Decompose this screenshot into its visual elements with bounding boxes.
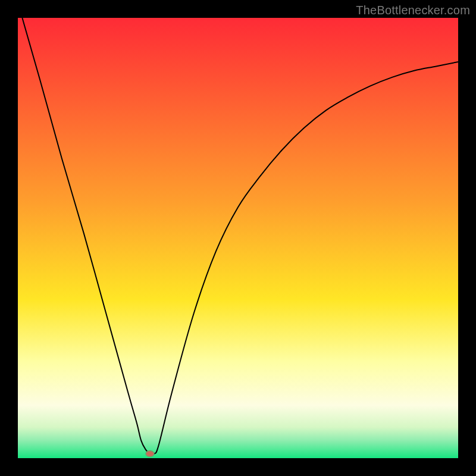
bottleneck-curve-chart	[18, 18, 458, 458]
watermark-text: TheBottlenecker.com	[356, 4, 470, 17]
plot-area	[18, 18, 458, 458]
minimum-marker-icon	[146, 451, 154, 457]
chart-frame: TheBottlenecker.com	[0, 0, 476, 476]
gradient-background	[18, 18, 458, 458]
